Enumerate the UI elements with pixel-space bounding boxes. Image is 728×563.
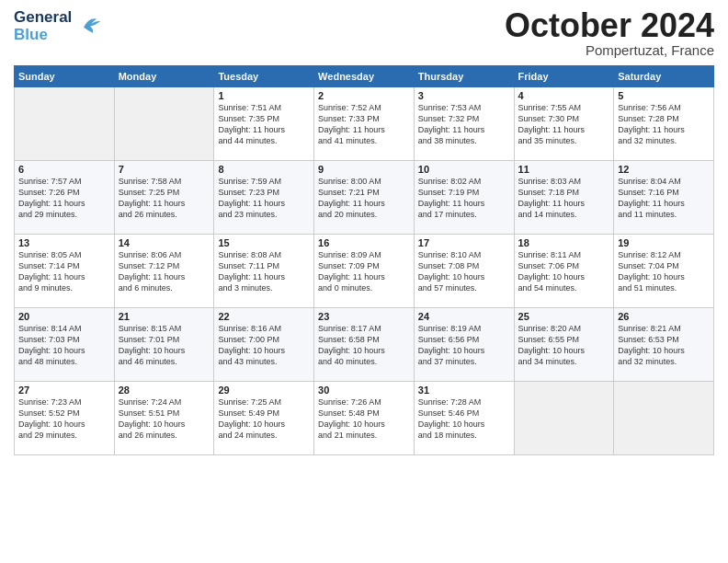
location: Pompertuzat, France: [505, 42, 714, 58]
calendar-cell: 2Sunrise: 7:52 AM Sunset: 7:33 PM Daylig…: [314, 87, 415, 161]
day-number: 9: [318, 164, 410, 175]
day-number: 1: [218, 90, 310, 101]
header-friday: Friday: [514, 66, 614, 87]
day-number: 17: [418, 237, 510, 248]
title-area: October 2024 Pompertuzat, France: [505, 9, 714, 58]
day-number: 8: [218, 164, 310, 175]
calendar-week-4: 20Sunrise: 8:14 AM Sunset: 7:03 PM Dayli…: [15, 308, 714, 382]
day-number: 18: [518, 237, 610, 248]
day-number: 6: [18, 164, 110, 175]
calendar-cell: [114, 87, 214, 161]
day-info: Sunrise: 8:14 AM Sunset: 7:03 PM Dayligh…: [18, 323, 110, 368]
day-number: 29: [218, 385, 310, 396]
calendar-cell: 10Sunrise: 8:02 AM Sunset: 7:19 PM Dayli…: [414, 161, 514, 235]
header-saturday: Saturday: [614, 66, 714, 87]
calendar-cell: 13Sunrise: 8:05 AM Sunset: 7:14 PM Dayli…: [15, 235, 115, 308]
calendar-cell: 15Sunrise: 8:08 AM Sunset: 7:11 PM Dayli…: [214, 235, 314, 308]
day-number: 5: [618, 90, 710, 101]
calendar-cell: 31Sunrise: 7:28 AM Sunset: 5:46 PM Dayli…: [414, 382, 514, 455]
day-info: Sunrise: 8:20 AM Sunset: 6:55 PM Dayligh…: [518, 323, 610, 368]
calendar-cell: 26Sunrise: 8:21 AM Sunset: 6:53 PM Dayli…: [614, 308, 714, 382]
calendar-cell: 25Sunrise: 8:20 AM Sunset: 6:55 PM Dayli…: [514, 308, 614, 382]
header: General Blue October 2024 Pompertuzat, F…: [14, 9, 714, 58]
calendar-week-2: 6Sunrise: 7:57 AM Sunset: 7:26 PM Daylig…: [15, 161, 714, 235]
day-info: Sunrise: 8:08 AM Sunset: 7:11 PM Dayligh…: [218, 249, 310, 294]
calendar-container: General Blue October 2024 Pompertuzat, F…: [0, 0, 728, 563]
day-number: 26: [618, 311, 710, 322]
calendar-cell: 19Sunrise: 8:12 AM Sunset: 7:04 PM Dayli…: [614, 235, 714, 308]
logo-blue: Blue: [14, 27, 72, 44]
calendar-week-1: 1Sunrise: 7:51 AM Sunset: 7:35 PM Daylig…: [15, 87, 714, 161]
day-info: Sunrise: 8:12 AM Sunset: 7:04 PM Dayligh…: [618, 249, 710, 294]
day-number: 12: [618, 164, 710, 175]
calendar-cell: 4Sunrise: 7:55 AM Sunset: 7:30 PM Daylig…: [514, 87, 614, 161]
day-number: 3: [418, 90, 510, 101]
logo: General Blue: [14, 9, 103, 43]
day-info: Sunrise: 7:23 AM Sunset: 5:52 PM Dayligh…: [18, 396, 110, 442]
day-info: Sunrise: 8:04 AM Sunset: 7:16 PM Dayligh…: [618, 176, 710, 221]
logo-general: General: [14, 9, 72, 27]
day-number: 2: [318, 90, 410, 101]
month-title: October 2024: [505, 9, 714, 42]
logo-bird-icon: [77, 11, 103, 40]
calendar-cell: 30Sunrise: 7:26 AM Sunset: 5:48 PM Dayli…: [314, 382, 415, 455]
calendar-cell: 12Sunrise: 8:04 AM Sunset: 7:16 PM Dayli…: [614, 161, 714, 235]
day-number: 20: [18, 311, 110, 322]
calendar-cell: 14Sunrise: 8:06 AM Sunset: 7:12 PM Dayli…: [114, 235, 214, 308]
calendar-cell: [15, 87, 115, 161]
calendar-cell: [614, 382, 714, 455]
header-wednesday: Wednesday: [314, 66, 415, 87]
calendar-cell: 7Sunrise: 7:58 AM Sunset: 7:25 PM Daylig…: [114, 161, 214, 235]
calendar-cell: 18Sunrise: 8:11 AM Sunset: 7:06 PM Dayli…: [514, 235, 614, 308]
day-info: Sunrise: 8:19 AM Sunset: 6:56 PM Dayligh…: [418, 323, 510, 368]
day-number: 28: [119, 385, 210, 396]
day-info: Sunrise: 7:57 AM Sunset: 7:26 PM Dayligh…: [18, 176, 110, 221]
header-thursday: Thursday: [414, 66, 514, 87]
day-number: 19: [618, 237, 710, 248]
calendar-cell: 21Sunrise: 8:15 AM Sunset: 7:01 PM Dayli…: [114, 308, 214, 382]
calendar-cell: 5Sunrise: 7:56 AM Sunset: 7:28 PM Daylig…: [614, 87, 714, 161]
calendar-cell: 9Sunrise: 8:00 AM Sunset: 7:21 PM Daylig…: [314, 161, 415, 235]
day-number: 23: [318, 311, 410, 322]
calendar-cell: 20Sunrise: 8:14 AM Sunset: 7:03 PM Dayli…: [15, 308, 115, 382]
day-number: 21: [119, 311, 210, 322]
calendar-cell: 28Sunrise: 7:24 AM Sunset: 5:51 PM Dayli…: [114, 382, 214, 455]
day-number: 10: [418, 164, 510, 175]
calendar-cell: 29Sunrise: 7:25 AM Sunset: 5:49 PM Dayli…: [214, 382, 314, 455]
day-info: Sunrise: 8:09 AM Sunset: 7:09 PM Dayligh…: [318, 249, 410, 294]
calendar-cell: 22Sunrise: 8:16 AM Sunset: 7:00 PM Dayli…: [214, 308, 314, 382]
header-sunday: Sunday: [15, 66, 115, 87]
day-number: 11: [518, 164, 610, 175]
day-info: Sunrise: 7:24 AM Sunset: 5:51 PM Dayligh…: [119, 396, 210, 442]
day-number: 24: [418, 311, 510, 322]
day-info: Sunrise: 8:05 AM Sunset: 7:14 PM Dayligh…: [18, 249, 110, 294]
day-info: Sunrise: 7:58 AM Sunset: 7:25 PM Dayligh…: [119, 176, 210, 221]
day-info: Sunrise: 8:06 AM Sunset: 7:12 PM Dayligh…: [119, 249, 210, 294]
day-info: Sunrise: 7:59 AM Sunset: 7:23 PM Dayligh…: [218, 176, 310, 221]
day-info: Sunrise: 8:21 AM Sunset: 6:53 PM Dayligh…: [618, 323, 710, 368]
day-info: Sunrise: 7:25 AM Sunset: 5:49 PM Dayligh…: [218, 396, 310, 442]
day-info: Sunrise: 8:15 AM Sunset: 7:01 PM Dayligh…: [119, 323, 210, 368]
calendar-cell: 6Sunrise: 7:57 AM Sunset: 7:26 PM Daylig…: [15, 161, 115, 235]
calendar-table: Sunday Monday Tuesday Wednesday Thursday…: [14, 65, 714, 455]
day-number: 30: [318, 385, 410, 396]
day-info: Sunrise: 7:26 AM Sunset: 5:48 PM Dayligh…: [318, 396, 410, 442]
day-info: Sunrise: 8:16 AM Sunset: 7:00 PM Dayligh…: [218, 323, 310, 368]
calendar-cell: 24Sunrise: 8:19 AM Sunset: 6:56 PM Dayli…: [414, 308, 514, 382]
header-tuesday: Tuesday: [214, 66, 314, 87]
day-info: Sunrise: 7:52 AM Sunset: 7:33 PM Dayligh…: [318, 102, 410, 147]
day-number: 31: [418, 385, 510, 396]
day-number: 14: [119, 237, 210, 248]
day-number: 22: [218, 311, 310, 322]
day-number: 4: [518, 90, 610, 101]
day-info: Sunrise: 7:51 AM Sunset: 7:35 PM Dayligh…: [218, 102, 310, 147]
calendar-cell: 16Sunrise: 8:09 AM Sunset: 7:09 PM Dayli…: [314, 235, 415, 308]
day-info: Sunrise: 8:02 AM Sunset: 7:19 PM Dayligh…: [418, 176, 510, 221]
calendar-week-5: 27Sunrise: 7:23 AM Sunset: 5:52 PM Dayli…: [15, 382, 714, 455]
calendar-cell: 11Sunrise: 8:03 AM Sunset: 7:18 PM Dayli…: [514, 161, 614, 235]
day-number: 15: [218, 237, 310, 248]
calendar-cell: 1Sunrise: 7:51 AM Sunset: 7:35 PM Daylig…: [214, 87, 314, 161]
header-monday: Monday: [114, 66, 214, 87]
calendar-cell: 8Sunrise: 7:59 AM Sunset: 7:23 PM Daylig…: [214, 161, 314, 235]
day-info: Sunrise: 7:55 AM Sunset: 7:30 PM Dayligh…: [518, 102, 610, 147]
